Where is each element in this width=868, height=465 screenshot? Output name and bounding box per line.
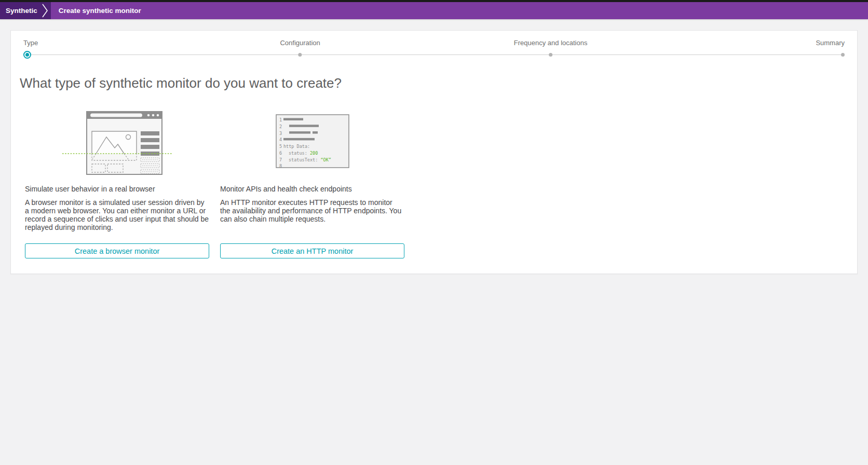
- code-line: status: 200: [289, 151, 318, 156]
- wizard-stepper: Type Configuration Frequency and locatio…: [23, 39, 845, 63]
- stepper-step-type[interactable]: Type: [23, 39, 38, 59]
- line-number: 5: [279, 144, 282, 149]
- step-label: Configuration: [280, 39, 320, 47]
- step-dot-active: [23, 51, 31, 59]
- stepper-step-frequency-and-locations[interactable]: Frequency and locations: [514, 39, 588, 57]
- line-number: 1: [279, 117, 282, 122]
- code-line: http Data:: [283, 144, 310, 149]
- line-number: 8: [279, 163, 282, 168]
- page-title: Create synthetic monitor: [51, 2, 141, 19]
- http-monitor-option: 1 2 3 4 5 6 7 8: [220, 108, 404, 258]
- step-dot: [299, 53, 302, 57]
- step-label: Summary: [816, 39, 845, 47]
- browser-monitor-illustration: [25, 108, 209, 176]
- browser-monitor-description: A browser monitor is a simulated user se…: [25, 198, 209, 231]
- line-number: 4: [279, 137, 282, 142]
- step-dot: [549, 53, 552, 57]
- wizard-card: Type Configuration Frequency and locatio…: [10, 30, 858, 274]
- stepper-track: [24, 54, 844, 55]
- browser-window-icon: [61, 108, 173, 175]
- question-heading: What type of synthetic monitor do you wa…: [20, 75, 845, 91]
- app-header: Synthetic Create synthetic monitor: [0, 2, 868, 19]
- browser-monitor-tagline: Simulate user behavior in a real browser: [25, 185, 209, 193]
- http-monitor-description: An HTTP monitor executes HTTP requests t…: [220, 198, 404, 223]
- line-number: 6: [279, 151, 282, 156]
- step-dot: [841, 53, 845, 57]
- breadcrumb-synthetic[interactable]: Synthetic: [0, 2, 40, 19]
- step-label: Type: [23, 39, 38, 47]
- breadcrumb-separator-icon: [40, 2, 51, 19]
- http-monitor-illustration: 1 2 3 4 5 6 7 8: [220, 108, 404, 176]
- monitor-type-options: Simulate user behavior in a real browser…: [25, 108, 857, 258]
- stepper-step-summary[interactable]: Summary: [816, 39, 845, 57]
- create-http-monitor-button[interactable]: Create an HTTP monitor: [220, 243, 404, 258]
- line-number: 7: [279, 157, 282, 162]
- stepper-step-configuration[interactable]: Configuration: [280, 39, 320, 57]
- line-number: 3: [279, 131, 282, 136]
- code-line: statusText: “OK”: [289, 157, 331, 162]
- step-label: Frequency and locations: [514, 39, 588, 47]
- create-browser-monitor-button[interactable]: Create a browser monitor: [25, 243, 209, 258]
- http-monitor-tagline: Monitor APIs and health check endpoints: [220, 185, 404, 193]
- line-number: 2: [279, 124, 282, 129]
- browser-monitor-option: Simulate user behavior in a real browser…: [25, 108, 209, 258]
- code-editor-icon: 1 2 3 4 5 6 7 8: [276, 114, 349, 168]
